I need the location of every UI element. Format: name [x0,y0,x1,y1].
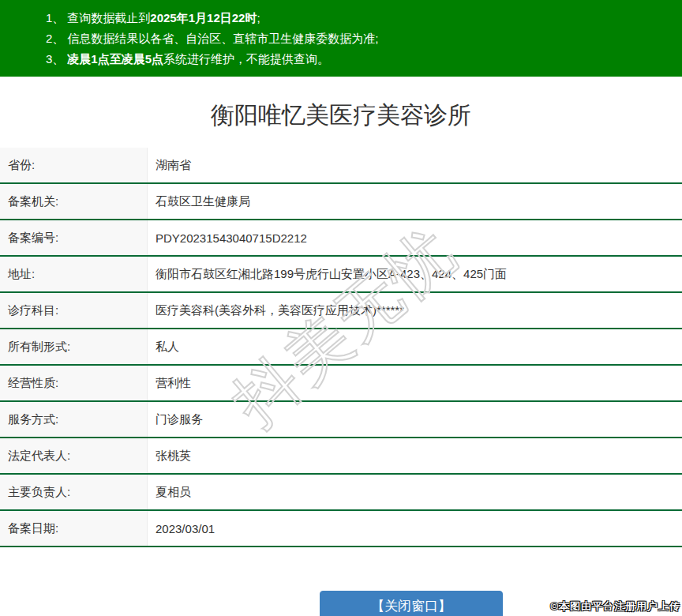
notice-text-tail: ; [257,11,260,24]
row-value: 夏相员 [148,475,682,509]
row-label: 备案机关: [0,184,148,219]
table-row: 省份: 湖南省 [0,148,682,184]
row-label: 所有制形式: [0,329,148,364]
copyright-note: ©本图由平台注册用户上传 [550,599,680,614]
row-label: 备案编号: [0,220,148,255]
row-label: 主要负责人: [0,475,148,509]
row-label: 经营性质: [0,366,148,400]
notice-text-bold: 凌晨1点至凌晨5点 [67,52,163,66]
row-label: 服务方式: [0,402,148,437]
table-row: 经营性质: 营利性 [0,366,682,402]
row-value: 2023/03/01 [148,511,682,546]
row-label: 法定代表人: [0,438,148,473]
table-row: 备案编号: PDY20231543040715D2212 [0,220,682,257]
registration-lookup-page: 1、查询数据截止到2025年1月12日22时; 2、信息数据结果以各省、自治区、… [0,0,682,616]
row-label: 地址: [0,257,148,291]
info-table: 省份: 湖南省 备案机关: 石鼓区卫生健康局 备案编号: PDY20231543… [0,148,682,547]
notice-number: 1、 [46,11,64,24]
table-row: 法定代表人: 张桃英 [0,438,682,475]
table-row: 备案机关: 石鼓区卫生健康局 [0,184,682,220]
notice-text-tail: 系统进行维护，不能提供查询。 [163,52,329,66]
table-row: 所有制形式: 私人 [0,329,682,366]
row-value: PDY20231543040715D2212 [148,220,682,255]
row-value: 湖南省 [148,148,682,182]
table-row: 服务方式: 门诊服务 [0,402,682,438]
notice-number: 2、 [46,32,64,45]
row-label: 备案日期: [0,511,148,546]
row-label: 诊疗科目: [0,293,148,328]
notice-text: 查询数据截止到 [67,11,150,24]
row-value: 医疗美容科(美容外科，美容医疗应用技术)****** [148,293,682,328]
table-row: 主要负责人: 夏相员 [0,475,682,511]
close-window-button[interactable]: 【关闭窗口】 [320,591,503,616]
row-value: 门诊服务 [148,402,682,437]
row-value: 张桃英 [148,438,682,473]
row-value: 衡阳市石鼓区红湘北路199号虎行山安置小区A-423、424、425门面 [148,257,682,291]
clinic-title: 衡阳唯忆美医疗美容诊所 [0,99,682,132]
notice-text: 信息数据结果以各省、自治区、直辖市卫生健康委数据为准; [67,32,378,45]
row-value: 私人 [148,329,682,364]
notice-text-bold: 2025年1月12日22时 [150,11,257,24]
notice-number: 3、 [46,52,64,66]
row-value: 石鼓区卫生健康局 [148,184,682,219]
notice-line: 2、信息数据结果以各省、自治区、直辖市卫生健康委数据为准; [46,28,674,49]
table-row: 诊疗科目: 医疗美容科(美容外科，美容医疗应用技术)****** [0,293,682,329]
notice-banner: 1、查询数据截止到2025年1月12日22时; 2、信息数据结果以各省、自治区、… [0,0,682,77]
notice-line: 1、查询数据截止到2025年1月12日22时; [46,8,674,28]
row-label: 省份: [0,148,148,182]
table-row: 备案日期: 2023/03/01 [0,511,682,547]
table-row: 地址: 衡阳市石鼓区红湘北路199号虎行山安置小区A-423、424、425门面 [0,257,682,293]
notice-line: 3、凌晨1点至凌晨5点系统进行维护，不能提供查询。 [46,49,674,69]
row-value: 营利性 [148,366,682,400]
